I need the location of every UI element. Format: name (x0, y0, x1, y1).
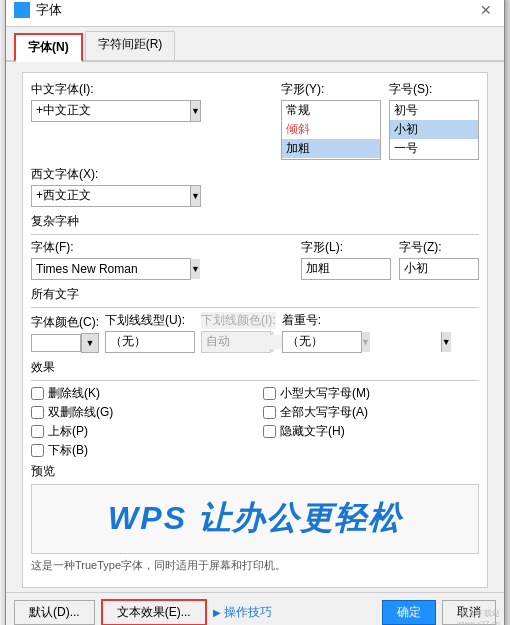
effects-label: 效果 (31, 359, 479, 376)
cs-font-arrow[interactable]: ▼ (190, 259, 200, 279)
underline-color-combo: ▼ (201, 331, 271, 353)
cs-font-label: 字体(F): (31, 239, 293, 256)
tab-bar: 字体(N) 字符间距(R) (6, 27, 504, 62)
underline-combo[interactable]: ▼ (105, 331, 195, 353)
effect-all-caps[interactable]: 全部大写字母(A) (263, 404, 479, 421)
help-label: 操作技巧 (224, 604, 272, 621)
style-listbox[interactable]: 常规 倾斜 加粗 (281, 100, 381, 160)
emphasis-label: 着重号: (282, 312, 362, 329)
help-icon: ▶ (213, 607, 221, 618)
chinese-font-arrow[interactable]: ▼ (190, 101, 200, 121)
underline-label: 下划线线型(U): (105, 312, 195, 329)
small-caps-label: 小型大写字母(M) (280, 385, 370, 402)
chinese-font-label: 中文字体(I): (31, 81, 273, 98)
style-label: 字形(Y): (281, 81, 381, 98)
western-font-row: 西文字体(X): ▼ (31, 166, 479, 207)
all-text-label: 所有文字 (31, 286, 479, 303)
help-link[interactable]: ▶ 操作技巧 (213, 604, 272, 621)
emphasis-arrow[interactable]: ▼ (441, 332, 451, 352)
hidden-check[interactable] (263, 425, 276, 438)
western-font-arrow[interactable]: ▼ (190, 186, 200, 206)
superscript-check[interactable] (31, 425, 44, 438)
western-font-label: 西文字体(X): (31, 166, 479, 183)
all-text-row: 字体颜色(C): ▼ 下划线线型(U): ▼ 下划线颜色(I): (31, 312, 479, 353)
complex-script-label: 复杂字种 (31, 213, 479, 230)
font-content: 中文字体(I): ▼ 字形(Y): 常规 倾斜 加粗 字号(S): (22, 72, 488, 588)
tab-spacing[interactable]: 字符间距(R) (85, 31, 176, 60)
effects-grid: 删除线(K) 小型大写字母(M) 双删除线(G) 全部大写字母(A) 上标(P) (31, 385, 479, 459)
font-dialog: 字体 ✕ 字体(N) 字符间距(R) 中文字体(I): ▼ 字形(Y): (5, 0, 505, 625)
cs-font-input[interactable] (32, 262, 190, 276)
effect-double-strike[interactable]: 双删除线(G) (31, 404, 247, 421)
chinese-font-combo[interactable]: ▼ (31, 100, 201, 122)
cs-size-combo[interactable]: ▼ (399, 258, 479, 280)
color-label: 字体颜色(C): (31, 314, 99, 331)
double-strike-label: 双删除线(G) (48, 404, 113, 421)
western-font-combo[interactable]: ▼ (31, 185, 201, 207)
cs-style-combo[interactable]: ▼ (301, 258, 391, 280)
watermark: 极光下载站www.x27.cn (457, 609, 500, 625)
complex-script-row: 字体(F): ▼ 字形(L): ▼ 字号(Z): (31, 239, 479, 280)
underline-color-label: 下划线颜色(I): (201, 312, 276, 329)
effect-strikethrough[interactable]: 删除线(K) (31, 385, 247, 402)
dialog-icon (14, 2, 30, 18)
size-zh-label: 字号(S): (389, 81, 479, 98)
chinese-font-input[interactable] (32, 104, 190, 118)
all-caps-label: 全部大写字母(A) (280, 404, 368, 421)
font-color-arrow[interactable]: ▼ (81, 333, 99, 353)
effect-subscript[interactable]: 下标(B) (31, 442, 247, 459)
size-item-xiaochu[interactable]: 小初 (390, 120, 478, 139)
subscript-check[interactable] (31, 444, 44, 457)
strikethrough-label: 删除线(K) (48, 385, 100, 402)
effect-superscript[interactable]: 上标(P) (31, 423, 247, 440)
cs-size-input[interactable] (400, 262, 510, 276)
preview-box: WPS 让办公更轻松 (31, 484, 479, 554)
cs-style-label: 字形(L): (301, 239, 391, 256)
cs-font-combo[interactable]: ▼ (31, 258, 191, 280)
all-caps-check[interactable] (263, 406, 276, 419)
size-zh-listbox[interactable]: 初号 小初 一号 (389, 100, 479, 160)
strikethrough-check[interactable] (31, 387, 44, 400)
effect-small-caps[interactable]: 小型大写字母(M) (263, 385, 479, 402)
dialog-title: 字体 (36, 1, 62, 19)
hint-text: 这是一种TrueType字体，同时适用于屏幕和打印机。 (31, 558, 479, 573)
emphasis-combo[interactable]: ▼ (282, 331, 362, 353)
double-strike-check[interactable] (31, 406, 44, 419)
hidden-label: 隐藏文字(H) (280, 423, 345, 440)
text-effect-button[interactable]: 文本效果(E)... (101, 599, 207, 626)
footer: 默认(D)... 文本效果(E)... ▶ 操作技巧 确定 取消 (6, 592, 504, 626)
cs-size-label: 字号(Z): (399, 239, 479, 256)
style-item-bold[interactable]: 加粗 (282, 139, 380, 158)
western-font-input[interactable] (32, 189, 190, 203)
title-bar: 字体 ✕ (6, 0, 504, 27)
tab-font[interactable]: 字体(N) (14, 33, 83, 62)
default-button[interactable]: 默认(D)... (14, 600, 95, 625)
size-item-chu[interactable]: 初号 (390, 101, 478, 120)
font-color-box[interactable] (31, 334, 81, 352)
preview-label: 预览 (31, 463, 479, 480)
preview-text: WPS 让办公更轻松 (108, 497, 402, 541)
style-item-regular[interactable]: 常规 (282, 101, 380, 120)
effect-hidden[interactable]: 隐藏文字(H) (263, 423, 479, 440)
small-caps-check[interactable] (263, 387, 276, 400)
style-item-italic[interactable]: 倾斜 (282, 120, 380, 139)
size-item-yi[interactable]: 一号 (390, 139, 478, 158)
superscript-label: 上标(P) (48, 423, 88, 440)
close-button[interactable]: ✕ (476, 0, 496, 20)
subscript-label: 下标(B) (48, 442, 88, 459)
chinese-font-row: 中文字体(I): ▼ 字形(Y): 常规 倾斜 加粗 字号(S): (31, 81, 479, 160)
emphasis-input[interactable] (283, 335, 441, 349)
ok-button[interactable]: 确定 (382, 600, 436, 625)
